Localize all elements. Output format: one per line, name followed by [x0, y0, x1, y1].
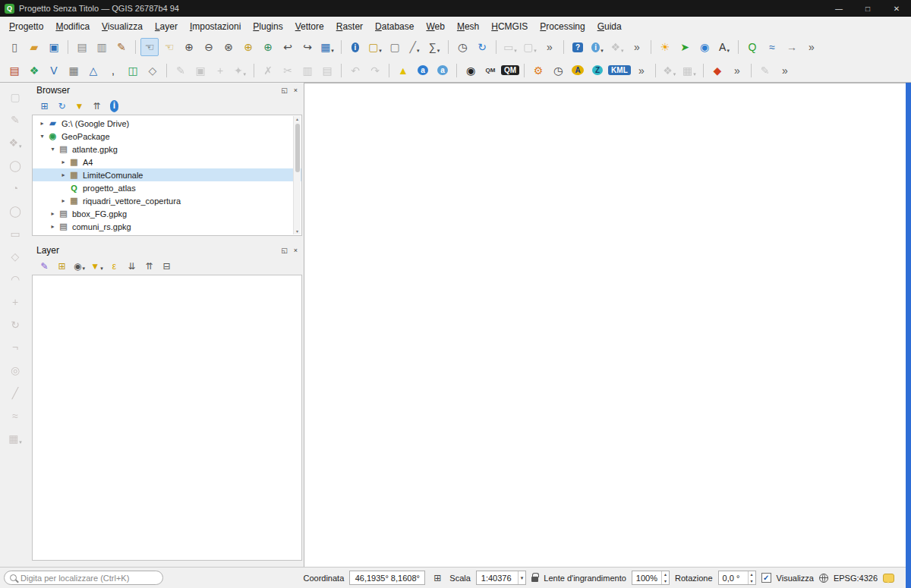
zoom-to-selection-button[interactable]: ⊕ — [239, 38, 257, 56]
label-tool-pin-button[interactable]: a — [414, 61, 432, 80]
data-source-manager-button[interactable]: ▤ — [5, 61, 24, 80]
whats-this-button[interactable]: i▾ — [588, 38, 607, 56]
filter-browser-button[interactable]: ▼ — [72, 99, 87, 114]
plugin-disabled-c-button[interactable]: ▦▾ — [680, 61, 698, 80]
paste-features-button[interactable]: ▤ — [318, 61, 336, 80]
close-panel-button[interactable]: × — [294, 86, 298, 94]
cut-features-button[interactable]: ✂ — [279, 61, 297, 80]
digitize-move-feature-button[interactable]: + — [6, 292, 24, 311]
help-button[interactable]: ? — [569, 38, 587, 56]
expander-icon[interactable]: ▸ — [58, 197, 68, 204]
digitize-circle-3pt-button[interactable]: ◔ — [6, 178, 24, 197]
left-select-tool-button[interactable]: ▢ — [6, 87, 24, 106]
add-delimited-text-layer-button[interactable]: , — [104, 61, 122, 80]
redo-button[interactable]: ↷ — [366, 61, 384, 80]
extents-toggle-icon[interactable]: ⊞ — [430, 571, 444, 585]
layers-list-empty[interactable] — [32, 275, 302, 561]
plugin-badge-z-button[interactable]: Z — [588, 61, 607, 80]
delete-selected-button[interactable]: ✗ — [259, 61, 277, 80]
tree-item-geopackage[interactable]: ▾ ◉ GeoPackage — [33, 130, 301, 143]
select-features-button[interactable]: ▢▾ — [366, 38, 384, 56]
digitize-pencil-button[interactable]: ✎ — [6, 110, 24, 129]
add-virtual-layer-button[interactable]: ◇ — [143, 61, 162, 80]
digitize-polygon-button[interactable]: ◇ — [6, 247, 24, 266]
maximize-button[interactable]: □ — [853, 0, 882, 17]
coordinate-input[interactable] — [349, 571, 425, 585]
quickmap-search-button[interactable]: Q — [743, 38, 761, 56]
scroll-down-icon[interactable]: ▾ — [296, 228, 298, 234]
export-page-button[interactable]: → — [783, 38, 801, 56]
filter-legend-button[interactable]: ▼▾ — [90, 259, 104, 274]
layer-labeling-options-button[interactable]: ▲ — [394, 61, 412, 80]
spin-up-icon[interactable]: ▴ — [749, 571, 755, 578]
statistical-summary-button[interactable]: ∑▾ — [425, 38, 443, 56]
new-project-button[interactable]: ▯ — [5, 38, 24, 56]
menu-mesh[interactable]: Mesh — [451, 19, 485, 34]
messages-bubble-icon[interactable] — [883, 574, 894, 583]
tree-item-bbox-fg-gpkg[interactable]: ▸ ▤ bbox_FG.gpkg — [33, 207, 301, 220]
undock-panel-button[interactable]: ◱ — [281, 86, 288, 94]
menu-visualizza[interactable]: Visualizza — [96, 19, 149, 34]
digitize-curve-button[interactable]: ◠ — [6, 269, 24, 288]
saga-plugin-button[interactable]: ◆ — [708, 61, 727, 80]
menu-guida[interactable]: Guida — [591, 19, 628, 34]
tree-item-comuni-rs-gpkg[interactable]: ▸ ▤ comuni_rs.gpkg — [33, 220, 301, 233]
expander-icon[interactable]: ▾ — [37, 133, 47, 140]
scrollbar-thumb[interactable] — [295, 124, 300, 172]
copy-features-button[interactable]: ▥ — [298, 61, 317, 80]
minimize-button[interactable]: — — [824, 0, 853, 17]
plugin-tool-orange-button[interactable]: ⚙ — [529, 61, 547, 80]
refresh-browser-button[interactable]: ↻ — [55, 99, 69, 114]
plugin-badge-a-button[interactable]: A — [569, 61, 587, 80]
add-vector-layer-button[interactable]: V — [45, 61, 63, 80]
digitize-trim-extend-button[interactable]: ¬ — [6, 338, 24, 357]
digitize-ellipse-button[interactable]: ◯ — [6, 201, 24, 220]
zoom-last-button[interactable]: ↩ — [279, 38, 297, 56]
edit-disabled-plugin-button[interactable]: ✎ — [756, 61, 774, 80]
open-layer-styling-button[interactable]: ✎ — [37, 259, 52, 274]
digitize-reshape-button[interactable]: ≈ — [6, 406, 24, 425]
scroll-up-icon[interactable]: ▴ — [296, 116, 298, 122]
qtiles-button[interactable]: QM — [501, 61, 519, 80]
selection-tool-a-button[interactable]: ▭▾ — [501, 38, 519, 56]
toolbar-overflow-1-button[interactable]: » — [541, 38, 559, 56]
add-mesh-layer-button[interactable]: △ — [84, 61, 102, 80]
magnifier-spinbox[interactable]: 100% ▴ ▾ — [632, 571, 670, 585]
scale-combobox[interactable]: 1:40376 ▾ — [476, 571, 527, 585]
locator-search[interactable] — [4, 571, 163, 585]
save-project-button[interactable]: ▣ — [45, 38, 63, 56]
collapse-all-button[interactable]: ⇈ — [90, 99, 104, 114]
lock-scale-icon[interactable] — [531, 577, 538, 582]
digitize-rectangle-button[interactable]: ▭ — [6, 224, 24, 243]
menu-modifica[interactable]: Modifica — [49, 19, 96, 34]
menu-impostazioni[interactable]: Impostazioni — [184, 19, 247, 34]
render-checkbox[interactable]: ✓ — [761, 573, 771, 583]
close-button[interactable]: ✕ — [882, 0, 911, 17]
share-plugin-button[interactable]: ➤ — [676, 38, 694, 56]
selection-tool-b-button[interactable]: ▢▾ — [521, 38, 539, 56]
menu-progetto[interactable]: Progetto — [3, 19, 49, 34]
pan-to-selection-button[interactable]: ☜ — [160, 38, 178, 56]
tree-item-progetto-atlas[interactable]: Q progetto_atlas — [33, 181, 301, 194]
digitize-fill-ring-button[interactable]: ◎ — [6, 360, 24, 379]
expander-icon[interactable]: ▸ — [58, 159, 68, 165]
toolbar2-overflow-3-button[interactable]: » — [776, 61, 794, 80]
menu-web[interactable]: Web — [420, 19, 450, 34]
menu-database[interactable]: Database — [369, 19, 420, 34]
menu-vettore[interactable]: Vettore — [289, 19, 330, 34]
spin-up-icon[interactable]: ▴ — [662, 571, 669, 578]
qmetatiles-button[interactable]: QM — [481, 61, 500, 80]
profile-plot-button[interactable]: ≈ — [763, 38, 781, 56]
add-geopackage-layer-button[interactable]: ❖ — [25, 61, 43, 80]
expander-icon[interactable]: ▸ — [58, 171, 68, 178]
tree-item-riquadri-vettore-copertura[interactable]: ▸ ▦ riquadri_vettore_copertura — [33, 194, 301, 207]
zoom-to-layer-button[interactable]: ⊕ — [259, 38, 277, 56]
pan-map-button[interactable]: ☜ — [140, 38, 159, 56]
measure-button[interactable]: ╱▾ — [405, 38, 424, 56]
digitize-more-tools-button[interactable]: ▦▾ — [6, 429, 24, 448]
tree-item-google-drive[interactable]: ▸ ▰ G:\ (Google Drive) — [33, 117, 301, 130]
expander-icon[interactable]: ▸ — [48, 210, 58, 217]
label-tool-move-button[interactable]: a — [433, 61, 452, 80]
undock-panel-button[interactable]: ◱ — [281, 247, 288, 254]
metasearch-button[interactable]: ◉ — [695, 38, 714, 56]
